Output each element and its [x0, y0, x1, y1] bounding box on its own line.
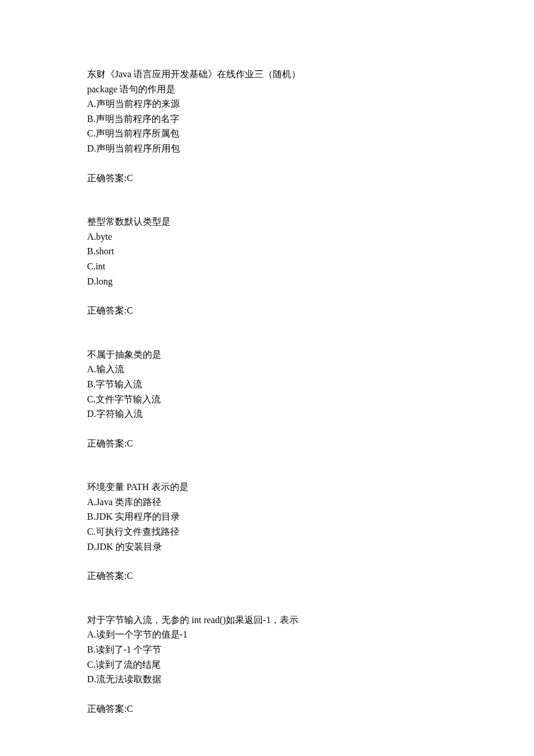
question-block-1: package 语句的作用是 A.声明当前程序的来源 B.声明当前程序的名字 C… — [87, 82, 447, 186]
document-title: 东财《Java 语言应用开发基础》在线作业三（随机） — [87, 69, 301, 79]
question-block-4: 环境变量 PATH 表示的是 A.Java 类库的路径 B.JDK 实用程序的目… — [87, 480, 447, 584]
correct-answer: 正确答案:C — [87, 303, 447, 318]
correct-answer: 正确答案:C — [87, 171, 447, 186]
question-block-3: 不属于抽象类的是 A.输入流 B.字节输入流 C.文件字节输入流 D.字符输入流… — [87, 347, 447, 451]
option-d: D.JDK 的安装目录 — [87, 539, 447, 555]
option-a: A.读到一个字节的值是-1 — [87, 627, 447, 642]
question-text: 整型常数默认类型是 — [87, 214, 447, 229]
spacer — [87, 289, 447, 303]
option-a: A.Java 类库的路径 — [87, 495, 447, 510]
option-d: D.long — [87, 274, 447, 289]
option-d: D.字符输入流 — [87, 406, 447, 422]
option-a: A.声明当前程序的来源 — [87, 96, 447, 111]
option-c: C.文件字节输入流 — [87, 392, 447, 407]
option-b: B.字节输入流 — [87, 377, 447, 392]
spacer — [87, 156, 447, 171]
question-text: package 语句的作用是 — [87, 82, 447, 97]
option-b: B.声明当前程序的名字 — [87, 111, 447, 127]
option-d: D.流无法读取数据 — [87, 672, 447, 687]
spacer — [87, 422, 447, 436]
spacer — [87, 318, 447, 347]
option-b: B.short — [87, 244, 447, 259]
option-c: C.int — [87, 259, 447, 274]
correct-answer: 正确答案:C — [87, 568, 447, 584]
option-c: C.声明当前程序所属包 — [87, 126, 447, 141]
correct-answer: 正确答案:C — [87, 701, 447, 717]
option-a: A.输入流 — [87, 362, 447, 377]
question-block-5: 对于字节输入流，无参的 int read()如果返回-1，表示 A.读到一个字节… — [87, 613, 447, 717]
option-b: B.JDK 实用程序的目录 — [87, 509, 447, 524]
spacer — [87, 185, 447, 214]
option-c: C.可执行文件查找路径 — [87, 524, 447, 539]
question-block-2: 整型常数默认类型是 A.byte B.short C.int D.long 正确… — [87, 214, 447, 318]
spacer — [87, 451, 447, 480]
question-text: 环境变量 PATH 表示的是 — [87, 480, 447, 495]
page-content: 东财《Java 语言应用开发基础》在线作业三（随机） package 语句的作用… — [0, 0, 534, 745]
option-c: C.读到了流的结尾 — [87, 657, 447, 672]
option-a: A.byte — [87, 229, 447, 244]
spacer — [87, 554, 447, 568]
spacer — [87, 687, 447, 701]
correct-answer: 正确答案:C — [87, 436, 447, 451]
option-b: B.读到了-1 个字节 — [87, 642, 447, 657]
spacer — [87, 584, 447, 613]
question-text: 对于字节输入流，无参的 int read()如果返回-1，表示 — [87, 613, 447, 628]
question-text: 不属于抽象类的是 — [87, 347, 447, 362]
option-d: D.声明当前程序所用包 — [87, 141, 447, 156]
